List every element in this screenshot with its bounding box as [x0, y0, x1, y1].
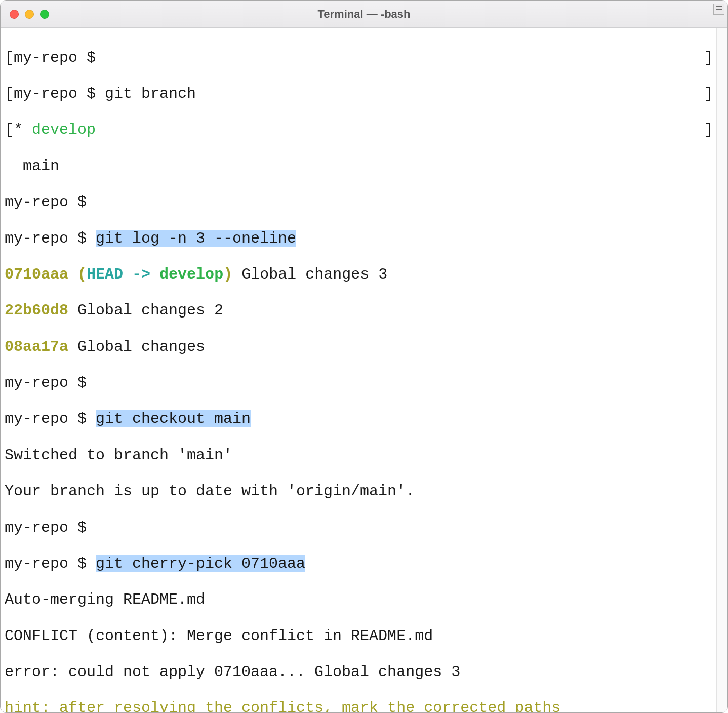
branch-current: develop — [32, 121, 96, 138]
prompt: my-repo $ — [14, 85, 96, 102]
commit-hash: 22b60d8 — [5, 302, 68, 319]
output-line: error: could not apply 0710aaa... Global… — [5, 663, 715, 682]
cmd-git-branch: git branch — [105, 85, 196, 102]
commit-hash: 0710aaa — [5, 266, 68, 283]
window-title: Terminal — -bash — [1, 8, 727, 21]
prompt: my-repo $ — [5, 193, 87, 211]
cmd-git-log: git log -n 3 --oneline — [96, 230, 296, 247]
branch-marker: * — [14, 121, 23, 138]
zoom-button[interactable] — [40, 10, 49, 19]
terminal-window: Terminal — -bash [my-repo $] [my-repo $ … — [0, 0, 728, 713]
branch-ref: develop — [159, 266, 223, 283]
minimize-button[interactable] — [25, 10, 34, 19]
menu-icon[interactable] — [713, 4, 724, 15]
terminal-output[interactable]: [my-repo $] [my-repo $ git branch] [* de… — [1, 28, 716, 712]
prompt: my-repo $ — [5, 230, 87, 247]
close-button[interactable] — [10, 10, 19, 19]
cmd-git-checkout: git checkout main — [96, 410, 251, 427]
prompt: my-repo $ — [14, 49, 96, 66]
paren: ( — [77, 266, 87, 283]
head-ref: HEAD -> — [87, 266, 150, 283]
commit-hash: 08aa17a — [5, 338, 68, 355]
commit-msg: Global changes 2 — [77, 302, 223, 319]
commit-msg: Global changes — [77, 338, 205, 355]
terminal-area: [my-repo $] [my-repo $ git branch] [* de… — [1, 28, 727, 712]
branch-other: main — [23, 157, 59, 175]
hint-line: hint: after resolving the conflicts, mar… — [5, 699, 715, 712]
output-line: Auto-merging README.md — [5, 591, 715, 609]
output-line: CONFLICT (content): Merge conflict in RE… — [5, 627, 715, 646]
titlebar: Terminal — -bash — [1, 1, 727, 28]
output-line: Switched to branch 'main' — [5, 447, 715, 465]
window-controls — [10, 10, 49, 19]
prompt: my-repo $ — [5, 374, 87, 391]
output-line: Your branch is up to date with 'origin/m… — [5, 483, 715, 501]
paren: ) — [223, 266, 232, 283]
prompt: my-repo $ — [5, 410, 87, 427]
prompt: my-repo $ — [5, 519, 87, 536]
cmd-git-cherry-pick: git cherry-pick 0710aaa — [96, 555, 305, 572]
commit-msg: Global changes 3 — [241, 266, 387, 283]
scrollbar[interactable] — [716, 28, 727, 712]
prompt: my-repo $ — [5, 555, 87, 572]
